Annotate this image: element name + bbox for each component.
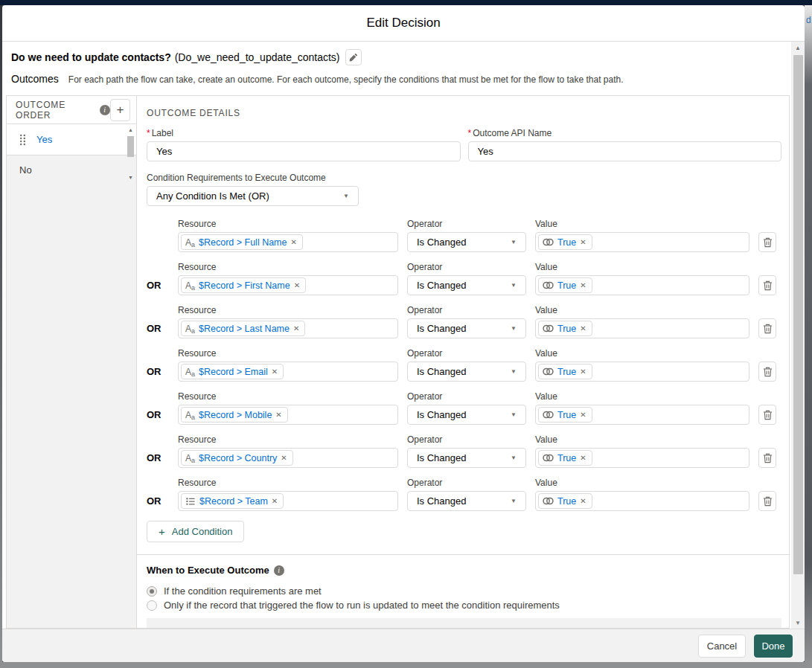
operator-value: Is Changed [417,323,467,334]
sidebar-scrollbar[interactable]: ▲ ▼ [127,126,135,182]
remove-pill-icon[interactable]: ✕ [272,497,278,505]
value-pill[interactable]: True ✕ [538,493,592,509]
resource-column-label: Resource [178,434,398,445]
scroll-down-icon[interactable]: ▼ [128,174,133,182]
edit-decision-button[interactable] [345,49,362,65]
remove-pill-icon[interactable]: ✕ [580,367,586,376]
sidebar-scrollbar-thumb[interactable] [127,136,134,157]
edit-decision-modal: Edit Decision Do we need to update conta… [2,5,805,662]
delete-condition-button[interactable] [758,491,776,511]
operator-select[interactable]: Is Changed ▼ [407,318,526,338]
resource-pill[interactable]: Aa $Record > Full Name ✕ [181,234,303,250]
operator-column-label: Operator [407,262,526,272]
value-pill-label: True [557,496,576,507]
delete-condition-button[interactable] [758,362,776,382]
resource-pill[interactable]: Aa $Record > Team ✕ [181,493,284,509]
resource-input[interactable]: Aa $Record > Full Name ✕ [178,232,398,252]
outcome-api-name-input[interactable] [468,141,782,161]
remove-pill-icon[interactable]: ✕ [580,497,586,505]
delete-condition-button[interactable] [758,232,776,252]
operator-select[interactable]: Is Changed ▼ [407,275,526,295]
outcomes-description: For each path the flow can take, create … [68,74,624,85]
remove-pill-icon[interactable]: ✕ [580,238,586,246]
operator-select[interactable]: Is Changed ▼ [407,491,526,511]
delete-condition-button[interactable] [758,448,776,468]
resource-pill[interactable]: Aa $Record > First Name ✕ [181,277,306,293]
sidebar-item-no[interactable]: No [7,155,136,184]
condition-row: OR Resource Aa $Record > Email ✕ Operato… [147,348,781,382]
remove-pill-icon[interactable]: ✕ [293,324,299,333]
scroll-up-icon[interactable]: ▲ [795,42,801,54]
modal-scrollbar-thumb[interactable] [793,55,803,574]
resource-input[interactable]: Aa $Record > First Name ✕ [178,275,398,295]
delete-condition-button[interactable] [758,275,776,295]
delete-condition-button[interactable] [758,405,776,425]
resource-pill-label: $Record > Full Name [199,237,287,248]
scroll-down-icon[interactable]: ▼ [795,617,801,629]
radio-button[interactable] [147,600,157,611]
radio-button[interactable] [147,586,157,597]
outcome-details-panel: OUTCOME DETAILS *Label *Outcome API Name [137,96,789,628]
remove-pill-icon[interactable]: ✕ [294,281,300,289]
chevron-down-icon: ▼ [511,325,517,332]
operator-select[interactable]: Is Changed ▼ [407,232,526,252]
chevron-down-icon: ▼ [511,498,517,504]
label-input[interactable] [147,141,461,161]
resource-pill-label: $Record > Email [199,367,268,377]
value-input[interactable]: True ✕ [535,362,749,382]
operator-select[interactable]: Is Changed ▼ [407,362,526,382]
backdrop-top [0,0,812,5]
remove-pill-icon[interactable]: ✕ [272,367,278,376]
remove-pill-icon[interactable]: ✕ [580,324,586,333]
resource-input[interactable]: Aa $Record > Country ✕ [178,448,398,468]
value-pill-label: True [557,410,576,420]
remove-pill-icon[interactable]: ✕ [281,454,287,462]
operator-select[interactable]: Is Changed ▼ [407,405,526,425]
value-pill[interactable]: True ✕ [538,234,592,250]
value-pill-label: True [557,324,576,334]
operator-select[interactable]: Is Changed ▼ [407,448,526,468]
decision-label: Do we need to update contacts? [11,51,171,63]
info-icon[interactable]: i [274,565,284,576]
value-pill[interactable]: True ✕ [538,321,592,336]
value-pill[interactable]: True ✕ [538,450,592,466]
info-icon[interactable]: i [100,105,110,115]
remove-pill-icon[interactable]: ✕ [275,411,281,419]
add-outcome-button[interactable]: + [110,99,130,121]
chevron-down-icon: ▼ [511,282,517,289]
value-input[interactable]: True ✕ [535,232,749,252]
value-pill[interactable]: True ✕ [538,364,592,379]
value-pill[interactable]: True ✕ [538,407,592,423]
remove-pill-icon[interactable]: ✕ [290,238,296,246]
resource-pill[interactable]: Aa $Record > Country ✕ [181,450,293,466]
scroll-up-icon[interactable]: ▲ [128,126,133,134]
drag-handle-icon[interactable] [19,134,26,146]
value-input[interactable]: True ✕ [535,275,749,295]
remove-pill-icon[interactable]: ✕ [580,281,586,289]
delete-condition-button[interactable] [758,318,776,338]
resource-pill[interactable]: Aa $Record > Email ✕ [181,364,284,379]
modal-scrollbar[interactable]: ▲ ▼ [791,42,805,629]
sidebar-item-yes[interactable]: Yes [7,124,136,155]
remove-pill-icon[interactable]: ✕ [580,411,586,419]
value-input[interactable]: True ✕ [535,318,749,338]
remove-pill-icon[interactable]: ✕ [580,454,586,462]
value-pill[interactable]: True ✕ [538,277,592,293]
resource-pill[interactable]: Aa $Record > Last Name ✕ [181,321,305,336]
radio-option-updated[interactable]: Only if the record that triggered the fl… [147,600,781,611]
resource-input[interactable]: Aa $Record > Team ✕ [178,491,398,511]
value-input[interactable]: True ✕ [535,491,749,511]
resource-input[interactable]: Aa $Record > Email ✕ [178,362,398,382]
condition-requirements-select[interactable]: Any Condition Is Met (OR) ▼ [147,186,359,206]
resource-input[interactable]: Aa $Record > Mobile ✕ [178,405,398,425]
resource-column-label: Resource [178,478,398,488]
cancel-button[interactable]: Cancel [698,635,746,658]
resource-pill[interactable]: Aa $Record > Mobile ✕ [181,407,288,423]
resource-input[interactable]: Aa $Record > Last Name ✕ [178,318,398,338]
required-asterisk: * [468,128,472,138]
value-input[interactable]: True ✕ [535,448,749,468]
add-condition-button[interactable]: + Add Condition [147,521,244,542]
radio-option-met[interactable]: If the condition requirements are met [147,585,781,597]
value-input[interactable]: True ✕ [535,405,749,425]
done-button[interactable]: Done [754,635,793,658]
